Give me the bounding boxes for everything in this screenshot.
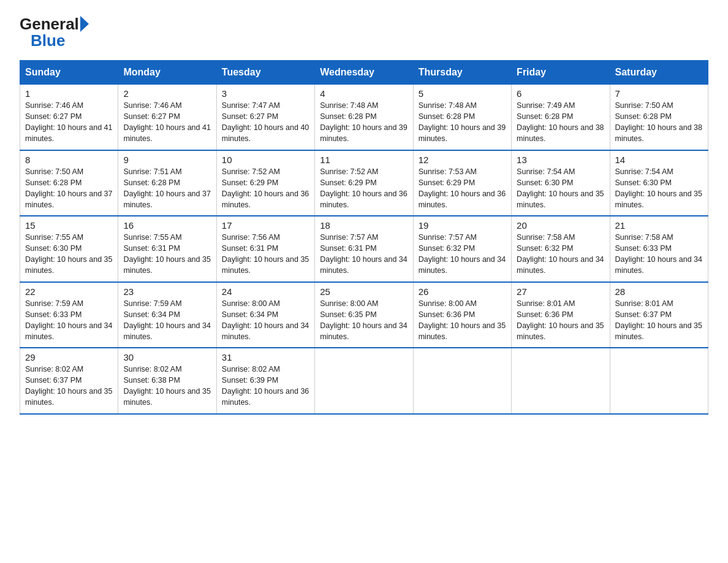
day-info: Sunrise: 7:59 AMSunset: 6:33 PMDaylight:… xyxy=(25,298,113,343)
calendar-cell: 31 Sunrise: 8:02 AMSunset: 6:39 PMDaylig… xyxy=(216,348,314,414)
day-info: Sunrise: 7:57 AMSunset: 6:31 PMDaylight:… xyxy=(320,232,408,277)
day-number: 14 xyxy=(615,155,703,165)
calendar-table: SundayMondayTuesdayWednesdayThursdayFrid… xyxy=(20,60,708,415)
day-info: Sunrise: 8:00 AMSunset: 6:35 PMDaylight:… xyxy=(320,298,408,343)
calendar-cell: 12 Sunrise: 7:53 AMSunset: 6:29 PMDaylig… xyxy=(413,150,511,216)
calendar-cell: 24 Sunrise: 8:00 AMSunset: 6:34 PMDaylig… xyxy=(216,282,314,348)
day-info: Sunrise: 8:01 AMSunset: 6:36 PMDaylight:… xyxy=(517,298,604,343)
day-number: 26 xyxy=(419,286,506,297)
day-info: Sunrise: 7:50 AMSunset: 6:28 PMDaylight:… xyxy=(615,100,703,145)
day-number: 8 xyxy=(25,155,113,165)
header-tuesday: Tuesday xyxy=(216,61,314,85)
day-info: Sunrise: 8:02 AMSunset: 6:39 PMDaylight:… xyxy=(222,364,309,408)
calendar-cell: 26 Sunrise: 8:00 AMSunset: 6:36 PMDaylig… xyxy=(413,282,511,348)
header-saturday: Saturday xyxy=(610,61,708,85)
calendar-cell xyxy=(413,348,511,414)
day-info: Sunrise: 7:58 AMSunset: 6:32 PMDaylight:… xyxy=(517,232,604,277)
week-row-5: 29 Sunrise: 8:02 AMSunset: 6:37 PMDaylig… xyxy=(20,348,708,414)
calendar-cell: 19 Sunrise: 7:57 AMSunset: 6:32 PMDaylig… xyxy=(413,216,511,282)
day-info: Sunrise: 7:54 AMSunset: 6:30 PMDaylight:… xyxy=(517,166,604,211)
calendar-cell: 6 Sunrise: 7:49 AMSunset: 6:28 PMDayligh… xyxy=(512,85,610,150)
day-number: 30 xyxy=(123,352,211,362)
page-header: General Blue xyxy=(20,15,708,50)
day-info: Sunrise: 7:55 AMSunset: 6:31 PMDaylight:… xyxy=(123,232,211,277)
calendar-cell: 25 Sunrise: 8:00 AMSunset: 6:35 PMDaylig… xyxy=(315,282,413,348)
day-number: 29 xyxy=(25,352,113,362)
logo-blue: Blue xyxy=(31,31,65,50)
logo: General Blue xyxy=(20,15,89,50)
calendar-cell: 17 Sunrise: 7:56 AMSunset: 6:31 PMDaylig… xyxy=(216,216,314,282)
logo-arrow-icon xyxy=(80,16,89,32)
calendar-cell: 18 Sunrise: 7:57 AMSunset: 6:31 PMDaylig… xyxy=(315,216,413,282)
day-number: 22 xyxy=(25,286,113,297)
day-info: Sunrise: 8:00 AMSunset: 6:36 PMDaylight:… xyxy=(419,298,506,343)
day-number: 9 xyxy=(123,155,211,165)
day-number: 21 xyxy=(615,220,703,231)
week-row-3: 15 Sunrise: 7:55 AMSunset: 6:30 PMDaylig… xyxy=(20,216,708,282)
week-row-1: 1 Sunrise: 7:46 AMSunset: 6:27 PMDayligh… xyxy=(20,85,708,150)
calendar-cell: 29 Sunrise: 8:02 AMSunset: 6:37 PMDaylig… xyxy=(20,348,118,414)
day-info: Sunrise: 8:01 AMSunset: 6:37 PMDaylight:… xyxy=(615,298,703,343)
day-info: Sunrise: 7:59 AMSunset: 6:34 PMDaylight:… xyxy=(123,298,211,343)
day-number: 3 xyxy=(222,88,309,99)
day-number: 15 xyxy=(25,220,113,231)
calendar-cell: 7 Sunrise: 7:50 AMSunset: 6:28 PMDayligh… xyxy=(610,85,708,150)
calendar-cell: 20 Sunrise: 7:58 AMSunset: 6:32 PMDaylig… xyxy=(512,216,610,282)
calendar-cell: 14 Sunrise: 7:54 AMSunset: 6:30 PMDaylig… xyxy=(610,150,708,216)
header-friday: Friday xyxy=(512,61,610,85)
day-number: 7 xyxy=(615,88,703,99)
day-number: 24 xyxy=(222,286,309,297)
day-number: 6 xyxy=(517,88,604,99)
day-info: Sunrise: 7:54 AMSunset: 6:30 PMDaylight:… xyxy=(615,166,703,211)
day-info: Sunrise: 7:51 AMSunset: 6:28 PMDaylight:… xyxy=(123,166,211,211)
calendar-cell: 8 Sunrise: 7:50 AMSunset: 6:28 PMDayligh… xyxy=(20,150,118,216)
header-sunday: Sunday xyxy=(20,61,118,85)
calendar-cell: 2 Sunrise: 7:46 AMSunset: 6:27 PMDayligh… xyxy=(118,85,216,150)
day-number: 28 xyxy=(615,286,703,297)
day-info: Sunrise: 8:00 AMSunset: 6:34 PMDaylight:… xyxy=(222,298,309,343)
calendar-cell: 16 Sunrise: 7:55 AMSunset: 6:31 PMDaylig… xyxy=(118,216,216,282)
day-info: Sunrise: 7:49 AMSunset: 6:28 PMDaylight:… xyxy=(517,100,604,145)
day-number: 20 xyxy=(517,220,604,231)
day-info: Sunrise: 8:02 AMSunset: 6:37 PMDaylight:… xyxy=(25,364,113,408)
calendar-cell: 1 Sunrise: 7:46 AMSunset: 6:27 PMDayligh… xyxy=(20,85,118,150)
day-info: Sunrise: 7:58 AMSunset: 6:33 PMDaylight:… xyxy=(615,232,703,277)
header-wednesday: Wednesday xyxy=(315,61,413,85)
day-info: Sunrise: 7:55 AMSunset: 6:30 PMDaylight:… xyxy=(25,232,113,277)
week-row-2: 8 Sunrise: 7:50 AMSunset: 6:28 PMDayligh… xyxy=(20,150,708,216)
calendar-cell: 30 Sunrise: 8:02 AMSunset: 6:38 PMDaylig… xyxy=(118,348,216,414)
day-number: 11 xyxy=(320,155,408,165)
calendar-cell xyxy=(610,348,708,414)
day-number: 27 xyxy=(517,286,604,297)
day-info: Sunrise: 7:47 AMSunset: 6:27 PMDaylight:… xyxy=(222,100,309,145)
day-info: Sunrise: 7:52 AMSunset: 6:29 PMDaylight:… xyxy=(320,166,408,211)
day-number: 25 xyxy=(320,286,408,297)
calendar-cell: 11 Sunrise: 7:52 AMSunset: 6:29 PMDaylig… xyxy=(315,150,413,216)
header-thursday: Thursday xyxy=(413,61,511,85)
day-info: Sunrise: 7:50 AMSunset: 6:28 PMDaylight:… xyxy=(25,166,113,211)
calendar-cell: 5 Sunrise: 7:48 AMSunset: 6:28 PMDayligh… xyxy=(413,85,511,150)
calendar-header-row: SundayMondayTuesdayWednesdayThursdayFrid… xyxy=(20,61,708,85)
day-info: Sunrise: 7:52 AMSunset: 6:29 PMDaylight:… xyxy=(222,166,309,211)
day-number: 10 xyxy=(222,155,309,165)
day-info: Sunrise: 7:57 AMSunset: 6:32 PMDaylight:… xyxy=(419,232,506,277)
header-monday: Monday xyxy=(118,61,216,85)
calendar-cell: 22 Sunrise: 7:59 AMSunset: 6:33 PMDaylig… xyxy=(20,282,118,348)
day-number: 31 xyxy=(222,352,309,362)
calendar-cell: 27 Sunrise: 8:01 AMSunset: 6:36 PMDaylig… xyxy=(512,282,610,348)
calendar-cell: 4 Sunrise: 7:48 AMSunset: 6:28 PMDayligh… xyxy=(315,85,413,150)
day-number: 13 xyxy=(517,155,604,165)
day-info: Sunrise: 7:53 AMSunset: 6:29 PMDaylight:… xyxy=(419,166,506,211)
calendar-cell: 3 Sunrise: 7:47 AMSunset: 6:27 PMDayligh… xyxy=(216,85,314,150)
day-number: 17 xyxy=(222,220,309,231)
calendar-cell: 15 Sunrise: 7:55 AMSunset: 6:30 PMDaylig… xyxy=(20,216,118,282)
day-info: Sunrise: 7:46 AMSunset: 6:27 PMDaylight:… xyxy=(123,100,211,145)
day-info: Sunrise: 7:48 AMSunset: 6:28 PMDaylight:… xyxy=(419,100,506,145)
calendar-cell xyxy=(512,348,610,414)
calendar-cell xyxy=(315,348,413,414)
calendar-cell: 9 Sunrise: 7:51 AMSunset: 6:28 PMDayligh… xyxy=(118,150,216,216)
day-number: 18 xyxy=(320,220,408,231)
day-number: 23 xyxy=(123,286,211,297)
calendar-cell: 21 Sunrise: 7:58 AMSunset: 6:33 PMDaylig… xyxy=(610,216,708,282)
day-info: Sunrise: 7:56 AMSunset: 6:31 PMDaylight:… xyxy=(222,232,309,277)
